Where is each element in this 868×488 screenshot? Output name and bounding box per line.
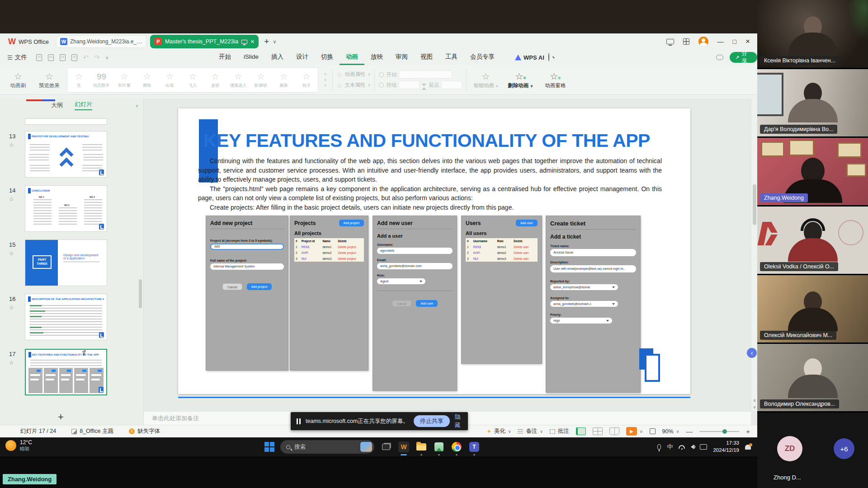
comments-button[interactable]: 批注 [550,427,569,435]
zoom-slider-knob[interactable] [722,429,727,434]
ribbon-tab[interactable]: 审阅 [389,50,414,65]
maximize-button[interactable]: □ [733,38,736,45]
participant-video[interactable]: Олексій Миколайович М... [757,275,868,343]
notifications-icon[interactable] [745,445,751,450]
thumbnail-slide-13[interactable]: PROTOTYPE DEVELOPMENT AND TESTING [25,131,107,178]
taskbar-teams[interactable]: T [468,441,480,453]
beautify-button[interactable]: ✦ 美化 ∨ [487,427,511,435]
hide-bar-button[interactable]: 隐藏 [455,413,462,429]
minimize-button[interactable]: — [717,38,724,45]
animation-effect-item[interactable]: ☆ 缓慢进入 [227,71,250,89]
animation-effect-item[interactable]: ☆ 擦除 [136,71,158,89]
slideshow-button[interactable]: ▶ ∨ [626,427,643,436]
output-icon[interactable] [48,54,54,61]
ribbon-tab[interactable]: 会员专享 [464,50,501,65]
star-icon[interactable]: ☆ [9,142,14,148]
taskbar-photos-app[interactable] [433,441,445,453]
taskbar-wps-app[interactable]: W [398,441,410,453]
tab-wps-home[interactable]: W WPS Office [6,37,56,47]
animation-effect-item[interactable]: ☆ 阶梯状 [250,71,272,89]
zoom-level[interactable]: 90% ∨ [662,428,679,435]
volume-icon[interactable] [691,445,694,449]
gallery-up-icon[interactable]: ∧ [324,72,327,76]
normal-view-button[interactable] [576,427,586,435]
slide-sorter-view-button[interactable] [593,427,603,435]
taskbar-search[interactable]: 搜索 [280,440,374,454]
star-icon[interactable]: ☆ [9,250,14,257]
animation-properties-button[interactable]: ☆ 动画属性 ∨ [337,71,370,78]
quick-access-more-icon[interactable]: ∨ [105,55,108,60]
smart-animation-button[interactable]: ☆ 智能动画 ∨ [471,70,500,89]
thumbnail-slide-15[interactable]: PART THREE Design and development of a a… [25,239,107,286]
slide-canvas[interactable]: KEY FEATURES AND FUNCTIONALITY OF THE AP… [178,108,690,394]
sidebar-collapse-button[interactable]: ‹ [747,348,757,358]
preview-effect-button[interactable]: ☆ 预览效果 [36,70,63,89]
taskbar-chrome[interactable] [451,441,462,453]
delay-input[interactable] [441,81,462,89]
text-properties-button[interactable]: ☆ 文本属性 ∨ [337,82,370,89]
participant-video[interactable]: Zhang.Weidong [757,138,868,205]
animation-effect-item[interactable]: ☆ 飞入 [181,71,204,89]
tab-outline[interactable]: 大纲 [51,101,63,109]
thumbnail-slide-12-partial[interactable] [25,118,107,125]
tab-document[interactable]: W Zhang.Weidong_M223ia.e_2024_I [56,35,146,48]
ime-indicator[interactable]: 中 [667,443,673,451]
ribbon-tab[interactable]: 动画 [340,50,364,65]
animation-effect-item[interactable]: ☆ 轮子 [295,71,318,89]
animation-pane-button[interactable]: ☆≡ 动画窗格 [540,70,570,89]
integration-mode-icon[interactable] [666,39,674,44]
preview-icon[interactable] [71,54,77,61]
animation-effect-item[interactable]: 99 动态数字 [90,71,113,89]
animation-effect-item[interactable]: ☆ 出现 [158,71,181,89]
theme-indicator[interactable]: 8_Office 主题 [71,427,113,435]
cloud-sync-icon[interactable] [716,55,723,60]
ribbon-tab[interactable]: iSlide [237,50,265,65]
more-participants-badge[interactable]: +6 [834,438,854,459]
participant-overflow-tile[interactable]: ZD Zhong D... +6 [757,413,868,488]
wifi-icon[interactable] [679,445,685,449]
star-icon[interactable]: ☆ [9,305,14,311]
file-menu[interactable]: ☰ 文件 [7,53,27,61]
ribbon-tab[interactable]: 放映 [364,50,389,65]
thumbnail-slide-14[interactable]: CONCLUSION NO.1 NO.2 NO.3 [25,185,107,232]
scrollbar-thumb[interactable] [753,184,756,225]
missing-font-warning[interactable]: ! 缺失字体 [129,427,160,435]
microphone-icon[interactable] [657,444,661,450]
ribbon-tab[interactable]: 工具 [439,50,464,65]
panel-collapse-icon[interactable]: ‹ [136,102,138,109]
ribbon-tab[interactable]: 插入 [265,50,290,65]
undo-icon[interactable]: ↶ [83,54,89,61]
thumbnail-slide-16[interactable]: DESCRIPTION OF THE APPLICATION ARCHITECT… [25,294,107,340]
tab-presentation-active[interactable]: P Master's thesis_PPT_M223ia × [150,35,259,48]
zoom-slider[interactable] [699,431,739,432]
zoom-in-button[interactable]: + [746,427,750,435]
start-dropdown[interactable] [399,70,452,79]
share-button[interactable]: ↗ 分享 [730,52,757,63]
start-button[interactable] [264,442,274,452]
fit-slide-button[interactable] [650,428,656,434]
gallery-scroll-buttons[interactable]: ∧ ∨ ≡ [322,67,328,93]
wps-ai-button[interactable]: WPS AI [515,54,544,61]
taskbar-file-explorer[interactable] [415,441,427,453]
participant-video[interactable]: Дар'я Володимирівна Во... [757,69,868,136]
redo-icon[interactable]: ↷ [94,54,99,61]
stop-sharing-button[interactable]: 停止共享 [414,415,450,427]
add-slide-button[interactable]: + [58,411,64,423]
animation-painter-button[interactable]: ☆ 动画刷 [5,70,32,89]
account-avatar[interactable] [698,37,708,47]
thumbnail-slide-17-selected[interactable]: KEY FEATURES AND FUNCTIONALITY OF THE AP… [25,349,107,395]
participant-video[interactable]: Ксенія Вікторівна Іванчен... [757,0,868,68]
thumbnails-scrollbar[interactable] [139,279,142,308]
previous-slide-icon[interactable]: ∧ [751,397,758,404]
participant-video[interactable]: Oleksii Vodka / Олексій О... [757,206,868,274]
editor-scrollbar[interactable]: ∧ ∨ [751,99,757,411]
notes-button[interactable]: 备注 ∨ [518,427,543,435]
animation-effect-item[interactable]: ☆ 菱形 [272,71,295,89]
ribbon-tab[interactable]: 切换 [315,50,340,65]
apps-grid-icon[interactable] [683,38,689,45]
reading-view-button[interactable] [609,427,619,435]
animation-effect-item[interactable]: ☆ 无 [67,71,90,89]
star-icon[interactable]: ☆ [9,360,14,366]
ribbon-tab[interactable]: 设计 [290,50,315,65]
battery-icon[interactable] [700,444,707,450]
